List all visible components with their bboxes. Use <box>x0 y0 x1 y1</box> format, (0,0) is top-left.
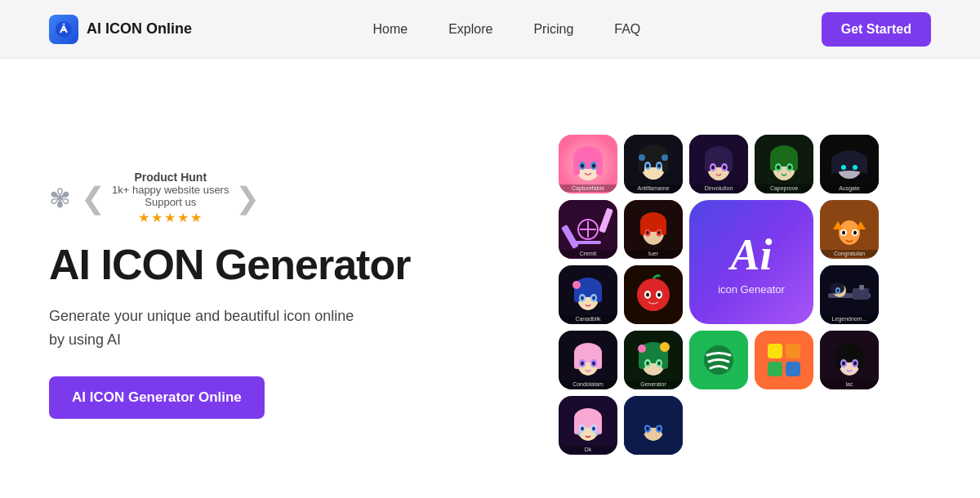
icon-cell-16: lac <box>820 331 879 389</box>
icon-caption-13: Generator <box>624 380 683 388</box>
icon-music-style <box>755 331 813 389</box>
svg-point-56 <box>647 231 649 234</box>
svg-point-29 <box>711 166 715 170</box>
product-hunt-badge: ✾ ❮ Product Hunt 1k+ happy website users… <box>49 171 260 225</box>
svg-point-98 <box>592 362 595 366</box>
icon-cell-3: Dinvolution <box>689 135 748 193</box>
icon-cell-8: Congratulan <box>820 200 879 259</box>
svg-point-30 <box>723 166 726 170</box>
svg-point-20 <box>639 154 645 161</box>
icon-caption-9: Canadblik <box>559 315 617 322</box>
svg-point-144 <box>646 427 649 431</box>
ph-support: Support us <box>112 196 229 208</box>
icon-spotify-style <box>689 331 748 389</box>
svg-rect-26 <box>727 157 733 171</box>
svg-rect-35 <box>792 156 798 171</box>
icon-cell-5: Ausgate <box>820 135 879 193</box>
icon-caption-1: Capturefable <box>559 185 617 192</box>
icon-cell-15 <box>755 331 813 389</box>
svg-point-134 <box>592 427 595 431</box>
main-nav: Home Explore Pricing FAQ <box>372 22 640 37</box>
svg-rect-5 <box>573 158 580 176</box>
svg-point-80 <box>646 293 649 297</box>
header: AI ICON Online Home Explore Pricing FAQ … <box>0 0 980 59</box>
icon-caption-12: Condolatam <box>559 380 617 388</box>
svg-rect-115 <box>768 362 782 376</box>
icon-cell-1: Capturefable <box>559 135 617 193</box>
svg-rect-102 <box>639 353 645 369</box>
icon-caption-5: Ausgate <box>820 185 879 192</box>
svg-rect-103 <box>662 353 668 369</box>
svg-rect-93 <box>574 353 580 369</box>
icon-caption-3: Dinvolution <box>689 185 748 192</box>
hero-left: ✾ ❮ Product Hunt 1k+ happy website users… <box>49 171 474 419</box>
nav-home[interactable]: Home <box>372 22 408 37</box>
svg-rect-112 <box>755 331 813 389</box>
svg-point-65 <box>853 231 857 235</box>
nav-pricing[interactable]: Pricing <box>533 22 573 37</box>
svg-rect-69 <box>574 287 580 302</box>
icon-caption-6: Cremit <box>559 250 617 257</box>
icon-cell-9: Canadblik <box>559 265 617 324</box>
hero-cta-button[interactable]: AI ICON Generator Online <box>49 376 265 419</box>
svg-rect-121 <box>858 353 863 369</box>
icon-caption-2: Antiflamame <box>624 185 683 192</box>
icon-cell-7: tuer <box>624 200 683 259</box>
svg-rect-114 <box>786 344 800 358</box>
svg-point-97 <box>581 362 584 366</box>
svg-point-145 <box>657 427 661 431</box>
icon-cell-13: Generator <box>624 331 683 389</box>
logo-icon <box>49 15 78 44</box>
svg-point-10 <box>592 164 595 168</box>
svg-rect-113 <box>768 344 782 358</box>
icon-cell-17: Dk <box>559 396 617 455</box>
hero-heading: AI ICON Generator <box>49 242 474 288</box>
icon-cell-4: Capeprove <box>755 135 813 193</box>
ai-center-text: Ai <box>730 229 772 280</box>
icon-cell-10 <box>624 265 683 324</box>
svg-rect-141 <box>662 418 667 434</box>
laurel-left-bracket: ❮ <box>81 181 105 216</box>
icon-anime-apple <box>624 265 683 324</box>
svg-rect-53 <box>662 222 666 235</box>
svg-point-136 <box>595 431 599 436</box>
svg-point-21 <box>662 154 668 161</box>
icon-cell-6: Cremit <box>559 200 617 259</box>
icon-caption-7: tuer <box>624 250 683 257</box>
svg-point-89 <box>837 289 840 292</box>
icon-cell-18 <box>624 396 683 455</box>
svg-rect-70 <box>596 287 602 302</box>
svg-point-108 <box>646 362 649 366</box>
logo-area: AI ICON Online <box>49 15 192 44</box>
icon-caption-17: Dk <box>559 446 617 453</box>
svg-rect-34 <box>770 156 776 171</box>
ph-users: 1k+ happy website users <box>112 184 229 196</box>
icon-caption-11: Legendnom... <box>820 315 879 322</box>
icon-cell-12: Condolatam <box>559 331 617 389</box>
nav-explore[interactable]: Explore <box>448 22 492 37</box>
ph-text-block: Product Hunt 1k+ happy website users Sup… <box>112 171 229 225</box>
svg-point-19 <box>657 164 661 168</box>
svg-point-39 <box>788 166 791 170</box>
svg-point-1 <box>62 23 65 26</box>
logo-text: AI ICON Online <box>87 20 192 38</box>
star-rating: ★★★★★ <box>112 210 229 225</box>
laurel-right-bracket: ❯ <box>235 181 260 216</box>
nav-faq[interactable]: FAQ <box>614 22 640 37</box>
svg-rect-6 <box>596 158 603 176</box>
svg-point-133 <box>581 427 584 431</box>
svg-rect-84 <box>853 288 869 300</box>
svg-point-38 <box>777 166 780 170</box>
icon-cell-11: Legendnom... <box>820 265 879 324</box>
hero-subtitle: Generate your unique and beautiful icon … <box>49 305 359 352</box>
icon-caption-8: Congratulan <box>820 250 879 257</box>
svg-rect-116 <box>786 362 800 376</box>
ph-title: Product Hunt <box>112 171 229 184</box>
icon-cell-2: Antiflamame <box>624 135 683 193</box>
get-started-button[interactable]: Get Started <box>822 12 931 47</box>
svg-point-71 <box>572 281 581 289</box>
svg-rect-140 <box>639 418 645 434</box>
svg-point-43 <box>853 165 858 170</box>
svg-point-77 <box>637 278 670 311</box>
svg-point-64 <box>842 231 845 235</box>
